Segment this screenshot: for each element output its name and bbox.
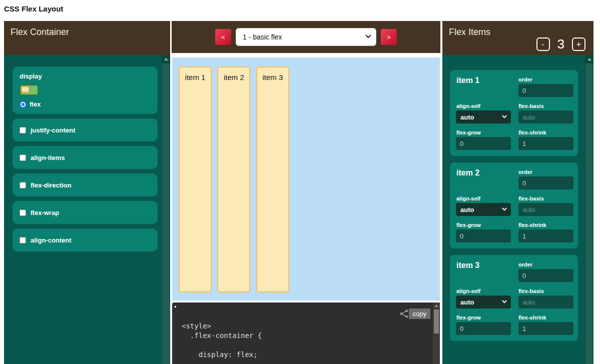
align-self-select[interactable]: auto bbox=[456, 296, 511, 308]
flex-wrap-card[interactable]: flex-wrap bbox=[13, 201, 158, 224]
flex-container-panel: Flex Container display flex justify-cont… bbox=[4, 21, 170, 364]
flex-basis-input[interactable] bbox=[518, 203, 573, 216]
item-card-title: item 2 bbox=[456, 168, 479, 178]
flex-shrink-label: flex-shrink bbox=[518, 314, 546, 320]
flex-basis-label: flex-basis bbox=[518, 196, 544, 202]
item-card-title: item 1 bbox=[456, 76, 479, 85]
order-label: order bbox=[518, 169, 532, 175]
flex-basis-label: flex-basis bbox=[518, 288, 544, 294]
page-title: CSS Flex Layout bbox=[4, 4, 63, 13]
flex-wrap-checkbox[interactable] bbox=[20, 210, 26, 216]
code-scrollbar[interactable] bbox=[433, 302, 440, 364]
display-flex-radio-label: flex bbox=[30, 100, 41, 108]
item-count: 3 bbox=[557, 36, 564, 52]
flex-grow-input[interactable] bbox=[456, 322, 511, 335]
align-items-card[interactable]: align-items bbox=[13, 146, 158, 169]
item-card-title: item 3 bbox=[456, 261, 479, 270]
align-content-label: align-content bbox=[31, 236, 72, 244]
flex-grow-input[interactable] bbox=[456, 137, 511, 150]
flex-grow-label: flex-grow bbox=[456, 314, 481, 320]
demo-flex-item-1: item 1 bbox=[179, 66, 212, 292]
flex-grow-label: flex-grow bbox=[456, 130, 481, 136]
flex-basis-input[interactable] bbox=[518, 296, 573, 308]
flex-basis-input[interactable] bbox=[518, 110, 573, 124]
justify-content-label: justify-content bbox=[31, 126, 76, 134]
order-label: order bbox=[518, 76, 532, 82]
justify-content-card[interactable]: justify-content bbox=[13, 118, 158, 142]
align-items-checkbox[interactable] bbox=[20, 154, 26, 161]
align-self-select[interactable]: auto bbox=[456, 203, 511, 216]
align-items-label: align-items bbox=[31, 154, 65, 162]
scroll-up-arrow-icon[interactable] bbox=[162, 55, 170, 63]
flex-container-title: Flex Container bbox=[11, 27, 69, 37]
align-content-checkbox[interactable] bbox=[20, 237, 26, 244]
remove-item-button[interactable]: - bbox=[536, 38, 550, 51]
order-input[interactable] bbox=[518, 176, 573, 190]
flex-demo-area: item 1 item 2 item 3 bbox=[172, 58, 440, 300]
flex-shrink-input[interactable] bbox=[518, 137, 573, 150]
example-selector-bar: < 1 - basic flex > bbox=[172, 21, 440, 53]
align-self-label: align-self bbox=[456, 196, 480, 202]
flex-direction-card[interactable]: flex-direction bbox=[13, 174, 158, 196]
scrollbar-thumb[interactable] bbox=[162, 64, 170, 364]
order-input[interactable] bbox=[518, 84, 573, 97]
flex-shrink-label: flex-shrink bbox=[518, 130, 546, 136]
scrollbar-thumb[interactable] bbox=[585, 64, 593, 364]
flex-item-card-2: item 2 order align-self auto flex-basis … bbox=[450, 162, 578, 248]
flex-items-panel-header: Flex Items - 3 + bbox=[442, 21, 593, 55]
flex-grow-label: flex-grow bbox=[456, 222, 481, 228]
flex-container-scrollbar[interactable] bbox=[162, 55, 170, 364]
align-self-label: align-self bbox=[456, 103, 480, 109]
display-toggle[interactable] bbox=[20, 84, 39, 96]
flex-grow-input[interactable] bbox=[456, 230, 511, 242]
next-example-button[interactable]: > bbox=[381, 29, 397, 45]
demo-flex-item-3: item 3 bbox=[256, 66, 289, 292]
order-input[interactable] bbox=[518, 269, 573, 282]
scrollbar-thumb[interactable] bbox=[434, 310, 439, 334]
scroll-up-arrow-icon[interactable] bbox=[433, 302, 440, 309]
flex-items-scrollbar[interactable] bbox=[585, 55, 593, 364]
example-select[interactable]: 1 - basic flex bbox=[236, 28, 376, 46]
flex-container-panel-header: Flex Container bbox=[4, 21, 170, 55]
flex-item-card-1: item 1 order align-self auto flex-basis … bbox=[450, 70, 578, 156]
flex-shrink-input[interactable] bbox=[518, 322, 573, 335]
display-property-card: display flex bbox=[13, 66, 158, 114]
demo-flex-item-2: item 2 bbox=[217, 66, 250, 292]
flex-items-panel: Flex Items - 3 + item 1 order align-self… bbox=[442, 21, 593, 364]
flex-direction-checkbox[interactable] bbox=[20, 182, 26, 188]
add-item-button[interactable]: + bbox=[572, 38, 585, 51]
flex-container-panel-body: display flex justify-content align-items bbox=[4, 55, 170, 364]
prev-example-button[interactable]: < bbox=[215, 29, 231, 45]
display-flex-radio[interactable] bbox=[20, 101, 27, 108]
flex-shrink-label: flex-shrink bbox=[518, 222, 546, 228]
flex-direction-label: flex-direction bbox=[31, 182, 72, 189]
scroll-up-arrow-icon[interactable] bbox=[585, 55, 593, 63]
align-self-select[interactable]: auto bbox=[456, 110, 511, 124]
flex-items-panel-body: item 1 order align-self auto flex-basis … bbox=[442, 55, 593, 364]
flex-basis-label: flex-basis bbox=[518, 103, 544, 109]
align-content-card[interactable]: align-content bbox=[13, 228, 158, 252]
align-self-label: align-self bbox=[456, 288, 480, 294]
flex-item-card-3: item 3 order align-self auto flex-basis … bbox=[450, 255, 578, 341]
display-label: display bbox=[20, 72, 151, 80]
code-text: <style> .flex-container { display: flex; bbox=[182, 322, 262, 360]
display-toggle-knob[interactable] bbox=[21, 86, 30, 93]
flex-wrap-label: flex-wrap bbox=[31, 209, 59, 216]
code-block: <style> .flex-container { display: flex;… bbox=[172, 302, 440, 364]
justify-content-checkbox[interactable] bbox=[20, 127, 26, 134]
order-label: order bbox=[518, 262, 532, 268]
flex-items-title: Flex Items bbox=[449, 27, 490, 37]
code-corner-dot bbox=[175, 306, 176, 308]
flex-shrink-input[interactable] bbox=[518, 230, 573, 242]
share-icon[interactable] bbox=[399, 309, 409, 320]
copy-button[interactable]: copy bbox=[409, 308, 430, 319]
